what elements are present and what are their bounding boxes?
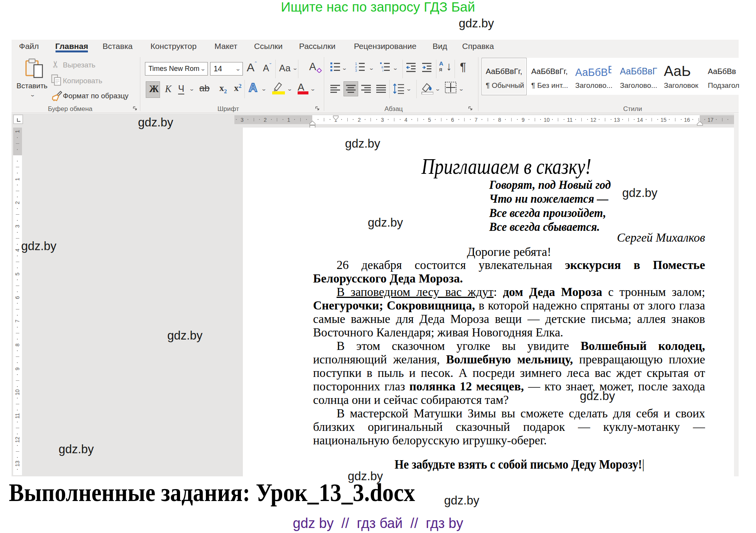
svg-text:i: i <box>382 69 383 72</box>
svg-text:3: 3 <box>355 69 357 72</box>
